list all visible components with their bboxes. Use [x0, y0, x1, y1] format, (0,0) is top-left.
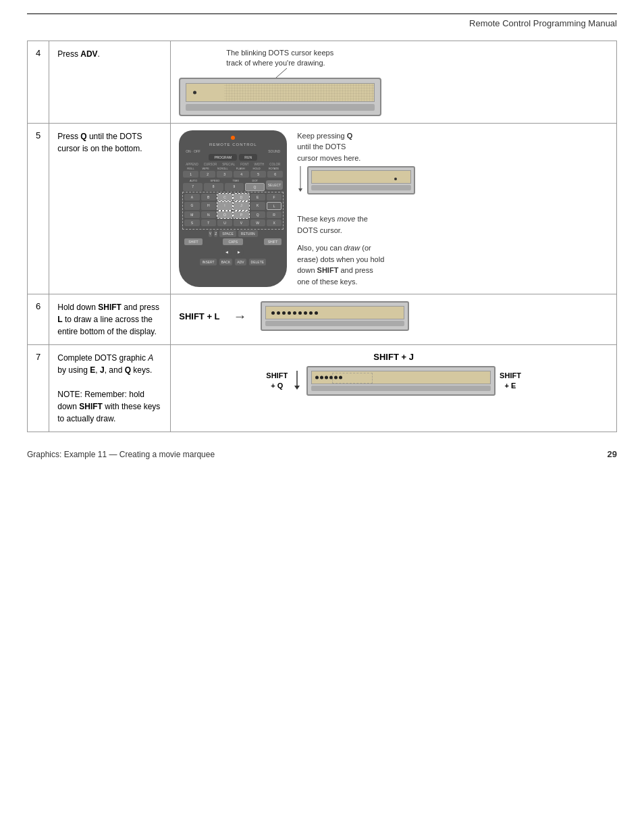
- display-r6-bar: [265, 321, 404, 326]
- callout-r4: The blinking DOTS cursor keepstrack of w…: [226, 48, 333, 69]
- step-visual-5: REMOTE CONTROL ON · OFF SOUND PROGRAM RU…: [171, 123, 617, 294]
- display-r6: [261, 301, 409, 331]
- arrow-down-r7: [292, 371, 302, 391]
- remote-alpha-row3: M N O P Q R: [184, 211, 281, 218]
- remote-on-off-label: ON · OFF: [186, 149, 200, 153]
- remote-nav-left[interactable]: ◀: [222, 247, 232, 257]
- page-footer: Graphics: Example 11 — Creating a movie …: [27, 446, 617, 459]
- r5-container: REMOTE CONTROL ON · OFF SOUND PROGRAM RU…: [179, 130, 608, 288]
- r6-visual: SHIFT + L →: [179, 301, 608, 331]
- table-row: 4 Press ADV. The blinking DOTS cursor ke…: [28, 41, 617, 124]
- display-r6-inner: [265, 306, 404, 319]
- arrow-right-r6: →: [234, 309, 247, 324]
- remote-bottom-buttons: INSERT BACK ADV DELETE: [183, 259, 283, 265]
- step-number-7: 7: [28, 345, 49, 432]
- shift-q-label: SHIFT+ Q: [266, 371, 288, 392]
- shift-e-label: SHIFT+ E: [500, 371, 521, 392]
- display-bottom-bar-r4: [186, 104, 375, 111]
- remote-nav-right[interactable]: ▶: [234, 247, 244, 257]
- display-small-inner-r5: [311, 170, 411, 184]
- display-small-bar-r5: [311, 185, 411, 190]
- table-row: 6 Hold down SHIFT and press L to draw a …: [28, 294, 617, 345]
- display-r7-bar: [311, 386, 491, 391]
- remote-control: REMOTE CONTROL ON · OFF SOUND PROGRAM RU…: [179, 130, 287, 288]
- callout-r5-bottom2: Also, you can draw (orerase) dots when y…: [297, 242, 412, 287]
- page-container: Remote Control Programming Manual 4 Pres…: [0, 0, 644, 834]
- dots-cursor-r5: [394, 178, 397, 180]
- svg-marker-3: [298, 188, 302, 192]
- table-row: 7 Complete DOTS graphic A by using E, J,…: [28, 345, 617, 432]
- r7-display-wrapper: SHIFT+ Q: [266, 366, 521, 396]
- remote-shift-right-btn[interactable]: SHIFT: [264, 238, 281, 245]
- step-text-7: Complete DOTS graphic A by using E, J, a…: [49, 345, 171, 432]
- callout-arrow-r5-top: [297, 166, 304, 193]
- step-text-5: Press Q until the DOTS cursor is on the …: [49, 123, 171, 294]
- r7-visual: SHIFT + J SHIFT+ Q: [179, 352, 608, 396]
- footer-left-text: Graphics: Example 11 — Creating a movie …: [27, 450, 215, 459]
- display-small-r5: [307, 166, 415, 194]
- display-r7: [306, 366, 495, 396]
- header-title: Remote Control Programming Manual: [469, 18, 617, 28]
- step-text-6: Hold down SHIFT and press L to draw a li…: [49, 294, 171, 345]
- callout-r5-top: Keep pressing Quntil the DOTScursor move…: [297, 130, 398, 164]
- table-row: 5 Press Q until the DOTS cursor is on th…: [28, 123, 617, 294]
- remote-program-btn[interactable]: PROGRAM: [209, 154, 237, 161]
- display-inner-r4: [186, 83, 375, 102]
- remote-shift-left-btn[interactable]: SHIFT: [184, 238, 202, 245]
- dots-pattern-r4: [224, 84, 374, 101]
- step-visual-7: SHIFT + J SHIFT+ Q: [171, 345, 617, 432]
- footer-page-number: 29: [608, 449, 617, 459]
- step-number-6: 6: [28, 294, 49, 345]
- remote-led: [231, 136, 235, 140]
- r5-right-callouts: Keep pressing Quntil the DOTScursor move…: [297, 130, 608, 288]
- main-table: 4 Press ADV. The blinking DOTS cursor ke…: [27, 41, 617, 432]
- remote-run-btn[interactable]: RUN: [239, 154, 257, 161]
- remote-select-btn[interactable]: SELECT: [266, 180, 283, 190]
- svg-marker-5: [294, 386, 300, 390]
- shift-l-label: SHIFT + L: [179, 311, 219, 321]
- step-text-4: Press ADV.: [49, 41, 171, 124]
- display-screen-r4: [179, 78, 381, 116]
- step-number-4: 4: [28, 41, 49, 124]
- shift-j-label: SHIFT + J: [373, 352, 414, 362]
- step-visual-4: The blinking DOTS cursor keepstrack of w…: [171, 41, 617, 124]
- remote-alpha-row4: S T U V W X: [184, 219, 281, 226]
- remote-alpha-row1: A B C D E F: [184, 194, 281, 201]
- step-number-5: 5: [28, 123, 49, 294]
- graphic-a-outline: [332, 373, 373, 384]
- remote-num-row1: 1 2 3 4 5 6: [183, 171, 283, 178]
- remote-caps-btn[interactable]: CAPS: [223, 238, 243, 245]
- display-r7-inner: [311, 371, 491, 384]
- remote-alpha-row2: G H I J K L: [184, 202, 281, 210]
- r4-visual: The blinking DOTS cursor keepstrack of w…: [179, 48, 608, 116]
- remote-top-buttons: PROGRAM RUN: [183, 154, 283, 161]
- page-header: Remote Control Programming Manual: [27, 14, 617, 28]
- step-visual-6: SHIFT + L →: [171, 294, 617, 345]
- remote-sound-label: SOUND: [268, 149, 280, 153]
- dots-cursor-r4: [193, 90, 196, 94]
- remote-label: REMOTE CONTROL: [183, 142, 283, 147]
- callout-r5-bottom1: These keys move theDOTS cursor.: [297, 213, 412, 236]
